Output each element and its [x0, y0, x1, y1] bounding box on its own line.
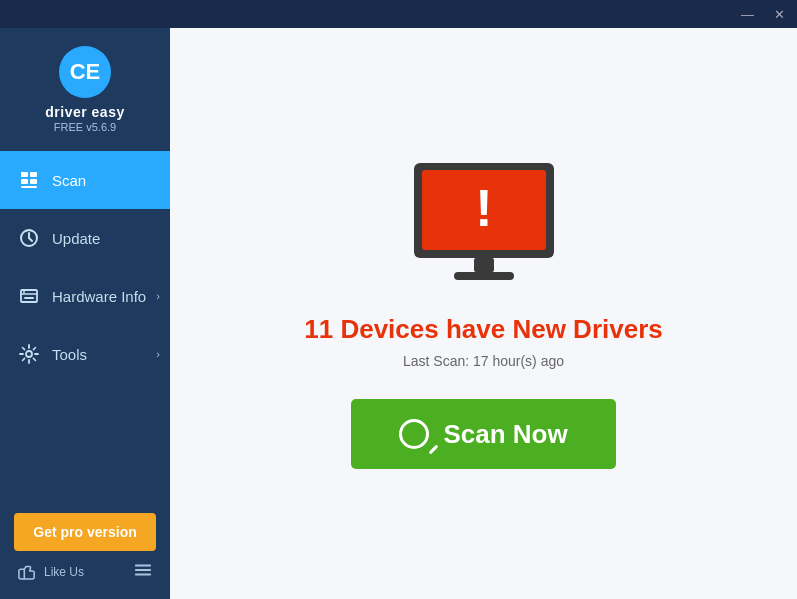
- like-us-item[interactable]: Like Us: [18, 562, 84, 583]
- svg-rect-5: [30, 179, 37, 184]
- devices-heading: 11 Devices have New Drivers: [304, 314, 662, 345]
- svg-rect-11: [24, 297, 34, 299]
- monitor-svg: !: [404, 158, 564, 288]
- sidebar-logo: CE driver easy FREE v5.6.9: [0, 28, 170, 147]
- like-us-label: Like Us: [44, 565, 84, 579]
- title-bar: — ✕: [0, 0, 797, 28]
- app-logo-icon: CE: [59, 46, 111, 98]
- sidebar-item-hardware-info-label: Hardware Info: [52, 288, 146, 305]
- sidebar-item-scan[interactable]: Scan: [0, 151, 170, 209]
- get-pro-button[interactable]: Get pro version: [14, 513, 156, 551]
- scan-now-label: Scan Now: [443, 419, 567, 450]
- main-layout: CE driver easy FREE v5.6.9 Scan: [0, 28, 797, 599]
- svg-rect-6: [21, 186, 37, 188]
- minimize-button[interactable]: —: [737, 6, 758, 23]
- svg-rect-2: [21, 172, 28, 177]
- sidebar-item-tools[interactable]: Tools ›: [0, 325, 170, 383]
- svg-point-10: [23, 291, 25, 293]
- logo-version: FREE v5.6.9: [54, 121, 116, 133]
- scan-now-button[interactable]: Scan Now: [351, 399, 615, 469]
- sidebar-bottom: Get pro version Like Us: [0, 503, 170, 599]
- tools-chevron: ›: [156, 348, 160, 360]
- logo-text: driver easy: [45, 104, 124, 120]
- hardware-info-chevron: ›: [156, 290, 160, 302]
- sidebar-nav: Scan Update: [0, 147, 170, 503]
- svg-rect-3: [30, 172, 37, 177]
- svg-point-12: [26, 351, 32, 357]
- last-scan-text: Last Scan: 17 hour(s) ago: [403, 353, 564, 369]
- thumbs-up-icon: [18, 562, 36, 583]
- tools-icon: [18, 343, 40, 365]
- svg-rect-4: [21, 179, 28, 184]
- sidebar-item-update[interactable]: Update: [0, 209, 170, 267]
- svg-rect-19: [474, 258, 494, 272]
- svg-text:!: !: [475, 179, 492, 237]
- svg-rect-20: [454, 272, 514, 280]
- sidebar-item-tools-label: Tools: [52, 346, 87, 363]
- scan-icon: [18, 169, 40, 191]
- update-icon: [18, 227, 40, 249]
- svg-text:CE: CE: [70, 59, 101, 84]
- content-area: ! 11 Devices have New Drivers Last Scan:…: [170, 28, 797, 599]
- monitor-illustration: !: [404, 158, 564, 292]
- hardware-info-icon: [18, 285, 40, 307]
- menu-icon[interactable]: [134, 561, 152, 583]
- sidebar: CE driver easy FREE v5.6.9 Scan: [0, 28, 170, 599]
- sidebar-item-hardware-info[interactable]: Hardware Info ›: [0, 267, 170, 325]
- scan-search-icon: [399, 419, 429, 449]
- sidebar-footer: Like Us: [14, 561, 156, 583]
- sidebar-item-update-label: Update: [52, 230, 100, 247]
- close-button[interactable]: ✕: [770, 6, 789, 23]
- sidebar-item-scan-label: Scan: [52, 172, 86, 189]
